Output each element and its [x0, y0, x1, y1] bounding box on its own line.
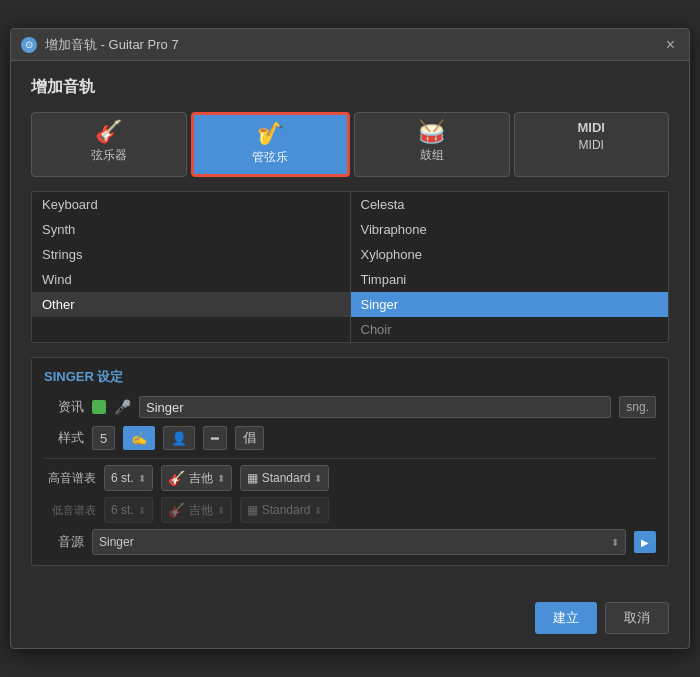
- titlebar-left: ⊙ 增加音轨 - Guitar Pro 7: [21, 36, 179, 54]
- source-value: Singer: [99, 535, 134, 549]
- close-button[interactable]: ×: [662, 36, 679, 54]
- list-item-synth[interactable]: Synth: [32, 217, 350, 242]
- midi-icon: MIDI: [578, 121, 605, 134]
- style-btn-hand[interactable]: ✍: [123, 426, 155, 450]
- bass-std-arrow: ⬍: [314, 505, 322, 516]
- treble-row: 高音谱表 6 st. ⬍ 🎸 吉他 ⬍ ▦ Standard ⬍: [44, 465, 656, 491]
- create-button[interactable]: 建立: [535, 602, 597, 634]
- tab-wind[interactable]: 🎷 管弦乐: [191, 112, 351, 177]
- list-item-timpani[interactable]: Timpani: [351, 267, 669, 292]
- list-item-singer[interactable]: Singer: [351, 292, 669, 317]
- source-row: 音源 Singer ⬍ ▶: [44, 529, 656, 555]
- source-label: 音源: [44, 533, 84, 551]
- guitar-icon: 🎸: [95, 121, 122, 143]
- tab-midi-label: MIDI: [579, 138, 604, 152]
- style-label: 样式: [44, 429, 84, 447]
- bass-value-arrow: ⬍: [138, 505, 146, 516]
- bass-value-dropdown: 6 st. ⬍: [104, 497, 153, 523]
- source-dropdown[interactable]: Singer ⬍: [92, 529, 626, 555]
- style-row: 样式 5 ✍ 👤 ━ 倡: [44, 426, 656, 450]
- play-button[interactable]: ▶: [634, 531, 656, 553]
- mic-icon: 🎤: [114, 399, 131, 415]
- drums-icon: 🥁: [418, 121, 445, 143]
- treble-guitar-icon: 🎸: [168, 470, 185, 486]
- treble-instrument-arrow: ⬍: [217, 473, 225, 484]
- tab-wind-label: 管弦乐: [252, 149, 288, 166]
- bass-std-icon: ▦: [247, 503, 258, 517]
- treble-std-icon: ▦: [247, 471, 258, 485]
- list-item-keyboard[interactable]: Keyboard: [32, 192, 350, 217]
- info-label: 资讯: [44, 398, 84, 416]
- style-btn-person[interactable]: 👤: [163, 426, 195, 450]
- section-title: 增加音轨: [31, 77, 669, 98]
- instrument-list: Celesta Vibraphone Xylophone Timpani Sin…: [351, 192, 669, 342]
- main-window: ⊙ 增加音轨 - Guitar Pro 7 × 增加音轨 🎸 弦乐器 🎷 管弦乐…: [10, 28, 690, 649]
- style-btn-duo[interactable]: 倡: [235, 426, 264, 450]
- bass-instrument-dropdown: 🎸 吉他 ⬍: [161, 497, 232, 523]
- bottom-bar: 建立 取消: [11, 594, 689, 648]
- style-btn-bar[interactable]: ━: [203, 426, 227, 450]
- green-indicator: [92, 400, 106, 414]
- bass-value-text: 6 st.: [111, 503, 134, 517]
- list-item-choir[interactable]: Choir: [351, 317, 669, 342]
- style-btn-5[interactable]: 5: [92, 426, 115, 450]
- tab-drums-label: 鼓组: [420, 147, 444, 164]
- bass-instrument-text: 吉他: [189, 502, 213, 519]
- tab-midi[interactable]: MIDI MIDI: [514, 112, 670, 177]
- treble-value-text: 6 st.: [111, 471, 134, 485]
- instrument-list-area: Keyboard Synth Strings Wind Other Celest…: [31, 191, 669, 343]
- bass-std-text: Standard: [262, 503, 311, 517]
- tab-string-label: 弦乐器: [91, 147, 127, 164]
- cancel-button[interactable]: 取消: [605, 602, 669, 634]
- treble-standard-dropdown[interactable]: ▦ Standard ⬍: [240, 465, 330, 491]
- treble-value-dropdown[interactable]: 6 st. ⬍: [104, 465, 153, 491]
- treble-value-arrow: ⬍: [138, 473, 146, 484]
- source-arrow: ⬍: [611, 537, 619, 548]
- settings-section: SINGER 设定 资讯 🎤 sng. 样式 5 ✍ 👤 ━ 倡: [31, 357, 669, 566]
- bass-label: 低音谱表: [44, 503, 96, 518]
- tab-string[interactable]: 🎸 弦乐器: [31, 112, 187, 177]
- titlebar: ⊙ 增加音轨 - Guitar Pro 7 ×: [11, 29, 689, 61]
- instrument-tabs: 🎸 弦乐器 🎷 管弦乐 🥁 鼓组 MIDI MIDI: [31, 112, 669, 177]
- treble-std-text: Standard: [262, 471, 311, 485]
- bass-standard-dropdown: ▦ Standard ⬍: [240, 497, 330, 523]
- treble-instrument-text: 吉他: [189, 470, 213, 487]
- list-item-xylophone[interactable]: Xylophone: [351, 242, 669, 267]
- saxophone-icon: 🎷: [257, 123, 284, 145]
- list-item-strings[interactable]: Strings: [32, 242, 350, 267]
- short-name-label: sng.: [619, 396, 656, 418]
- treble-label: 高音谱表: [44, 470, 96, 487]
- track-name-input[interactable]: [139, 396, 611, 418]
- bass-instrument-arrow: ⬍: [217, 505, 225, 516]
- list-item-wind[interactable]: Wind: [32, 267, 350, 292]
- treble-std-arrow: ⬍: [314, 473, 322, 484]
- info-row: 资讯 🎤 sng.: [44, 396, 656, 418]
- bass-guitar-icon: 🎸: [168, 502, 185, 518]
- list-item-other[interactable]: Other: [32, 292, 350, 317]
- tab-drums[interactable]: 🥁 鼓组: [354, 112, 510, 177]
- treble-instrument-dropdown[interactable]: 🎸 吉他 ⬍: [161, 465, 232, 491]
- list-item-vibraphone[interactable]: Vibraphone: [351, 217, 669, 242]
- bass-row: 低音谱表 6 st. ⬍ 🎸 吉他 ⬍ ▦ Standard ⬍: [44, 497, 656, 523]
- app-icon: ⊙: [21, 37, 37, 53]
- list-item-celesta[interactable]: Celesta: [351, 192, 669, 217]
- settings-header: SINGER 设定: [44, 368, 656, 386]
- main-content: 增加音轨 🎸 弦乐器 🎷 管弦乐 🥁 鼓组 MIDI MIDI Key: [11, 61, 689, 594]
- category-list: Keyboard Synth Strings Wind Other: [32, 192, 351, 342]
- window-title: 增加音轨 - Guitar Pro 7: [45, 36, 179, 54]
